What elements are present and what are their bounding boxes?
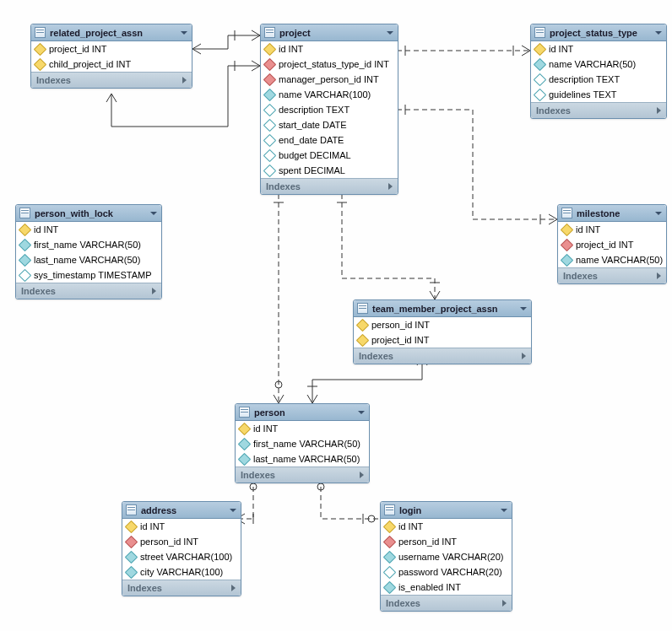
table-header[interactable]: team_member_project_assn xyxy=(354,300,531,317)
indexes-section[interactable]: Indexes xyxy=(354,348,531,364)
column-row: password VARCHAR(20) xyxy=(381,564,512,580)
column-row: spent DECIMAL xyxy=(261,163,398,178)
svg-point-11 xyxy=(250,483,257,490)
table-icon xyxy=(19,208,30,218)
table-team-member-project-assn[interactable]: team_member_project_assn person_id INT p… xyxy=(353,299,532,364)
indexes-section[interactable]: Indexes xyxy=(531,102,666,118)
pk-icon xyxy=(383,520,397,533)
attr-icon xyxy=(125,550,138,564)
table-project-status-type[interactable]: project_status_type id INT name VARCHAR(… xyxy=(530,24,667,119)
column-row: guidelines TEXT xyxy=(531,87,666,102)
table-milestone[interactable]: milestone id INT project_id INT name VAR… xyxy=(557,204,667,284)
table-header[interactable]: address xyxy=(122,502,241,519)
attr-icon xyxy=(561,253,574,267)
fk-icon xyxy=(263,73,277,86)
column-text: id INT xyxy=(253,423,278,434)
column-row: person_id INT xyxy=(122,534,241,549)
table-header[interactable]: project xyxy=(261,24,398,41)
column-row: budget DECIMAL xyxy=(261,148,398,163)
arrow-right-icon xyxy=(657,107,661,114)
column-row: id INT xyxy=(16,222,161,237)
column-text: id INT xyxy=(549,44,573,54)
column-row: id INT xyxy=(558,222,666,237)
pk-icon xyxy=(125,520,138,533)
table-title: project_status_type xyxy=(550,28,637,38)
column-text: project_status_type_id INT xyxy=(279,59,389,69)
table-header[interactable]: person_with_lock xyxy=(16,205,161,222)
indexes-section[interactable]: Indexes xyxy=(31,72,192,88)
arrow-right-icon xyxy=(522,353,526,359)
column-text: last_name VARCHAR(50) xyxy=(253,454,360,464)
table-header[interactable]: login xyxy=(381,502,512,519)
indexes-label: Indexes xyxy=(21,286,56,296)
column-text: description TEXT xyxy=(549,74,620,84)
table-header[interactable]: person xyxy=(236,404,369,421)
table-title: milestone xyxy=(577,208,620,218)
column-text: guidelines TEXT xyxy=(549,89,617,100)
column-text: first_name VARCHAR(50) xyxy=(253,439,360,449)
indexes-section[interactable]: Indexes xyxy=(122,580,241,596)
chevron-down-icon xyxy=(520,307,527,310)
attr-open-icon xyxy=(383,565,397,579)
table-person[interactable]: person id INT first_name VARCHAR(50) las… xyxy=(235,403,370,483)
column-row: person_id INT xyxy=(381,534,512,549)
table-login[interactable]: login id INT person_id INT username VARC… xyxy=(380,501,512,612)
indexes-section[interactable]: Indexes xyxy=(381,595,512,611)
chevron-down-icon xyxy=(150,212,157,215)
table-title: person_with_lock xyxy=(35,208,113,218)
attr-icon xyxy=(19,253,32,267)
table-address[interactable]: address id INT person_id INT street VARC… xyxy=(122,501,241,596)
table-icon xyxy=(561,208,572,218)
arrow-right-icon xyxy=(231,585,236,591)
indexes-label: Indexes xyxy=(536,105,571,116)
column-row: username VARCHAR(20) xyxy=(381,549,512,564)
table-related-project-assn[interactable]: related_project_assn project_id INT chil… xyxy=(30,24,192,89)
column-text: budget DECIMAL xyxy=(279,150,351,160)
attr-icon xyxy=(238,437,252,450)
indexes-label: Indexes xyxy=(241,470,275,480)
column-row: project_id INT xyxy=(354,332,531,348)
indexes-label: Indexes xyxy=(386,598,420,608)
column-row: project_id INT xyxy=(31,41,192,57)
attr-icon xyxy=(125,565,138,579)
table-icon xyxy=(384,504,395,515)
column-row: last_name VARCHAR(50) xyxy=(16,252,161,267)
indexes-label: Indexes xyxy=(266,181,301,191)
arrow-right-icon xyxy=(152,288,156,294)
column-text: id INT xyxy=(140,521,165,531)
table-icon xyxy=(126,504,137,515)
column-row: manager_person_id INT xyxy=(261,72,398,87)
indexes-section[interactable]: Indexes xyxy=(558,267,666,283)
table-header[interactable]: milestone xyxy=(558,205,666,222)
column-text: person_id INT xyxy=(398,537,457,547)
column-row: first_name VARCHAR(50) xyxy=(16,237,161,252)
column-text: name VARCHAR(100) xyxy=(279,89,371,100)
table-icon xyxy=(35,27,46,38)
attr-icon xyxy=(238,452,252,466)
table-header[interactable]: project_status_type xyxy=(531,24,666,41)
pk-icon xyxy=(263,42,277,56)
table-title: person xyxy=(254,407,285,418)
column-text: spent DECIMAL xyxy=(279,165,345,175)
column-row: street VARCHAR(100) xyxy=(122,549,241,564)
column-text: project_id INT xyxy=(49,44,106,54)
table-header[interactable]: related_project_assn xyxy=(31,24,192,41)
column-text: sys_timestamp TIMESTAMP xyxy=(34,270,152,280)
arrow-right-icon xyxy=(388,183,393,190)
column-row: first_name VARCHAR(50) xyxy=(236,436,369,451)
indexes-section[interactable]: Indexes xyxy=(236,467,369,483)
indexes-label: Indexes xyxy=(36,75,71,85)
column-row: end_date DATE xyxy=(261,132,398,148)
attr-open-icon xyxy=(263,164,277,177)
attr-open-icon xyxy=(263,133,277,147)
table-project[interactable]: project id INT project_status_type_id IN… xyxy=(260,24,398,195)
attr-icon xyxy=(263,88,277,101)
table-person-with-lock[interactable]: person_with_lock id INT first_name VARCH… xyxy=(15,204,162,299)
column-text: manager_person_id INT xyxy=(279,74,379,84)
indexes-section[interactable]: Indexes xyxy=(261,178,398,194)
pk-icon xyxy=(19,223,32,236)
column-text: start_date DATE xyxy=(279,120,347,130)
indexes-section[interactable]: Indexes xyxy=(16,283,161,299)
column-row: id INT xyxy=(261,41,398,57)
pk-icon xyxy=(561,223,574,236)
